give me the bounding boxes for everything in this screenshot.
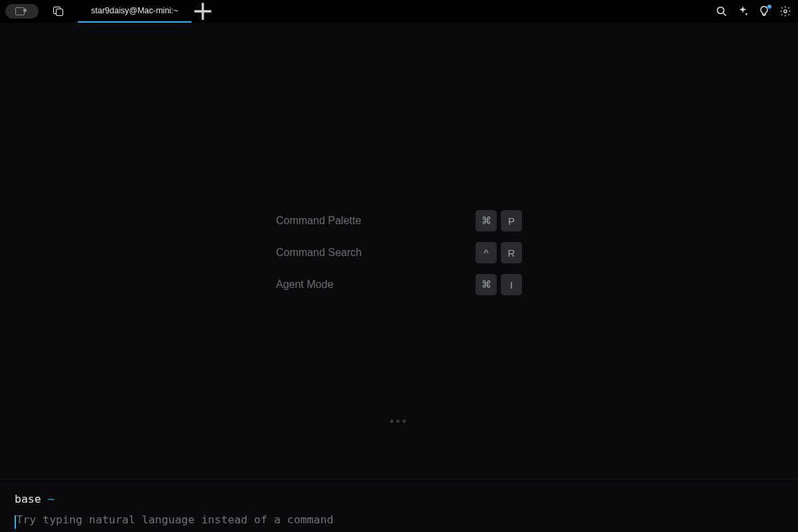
prompt-context-line: base ~ <box>15 489 783 509</box>
shortcut-keys: ⌘ I <box>475 274 522 295</box>
hints-button[interactable] <box>758 5 770 17</box>
search-icon <box>716 5 728 17</box>
tab-title: star9daisy@Mac-mini:~ <box>91 6 178 15</box>
shortcut-keys: ^ R <box>475 242 522 263</box>
key-cap: R <box>501 242 522 263</box>
key-cap: ^ <box>475 242 497 263</box>
key-cap: P <box>501 210 522 231</box>
quick-shortcuts-panel: Command Palette ⌘ P Command Search ^ R A… <box>276 209 522 297</box>
shortcut-command-search[interactable]: Command Search ^ R <box>276 241 522 265</box>
svg-point-0 <box>718 7 724 14</box>
shortcut-label: Command Search <box>276 247 362 259</box>
shortcut-agent-mode[interactable]: Agent Mode ⌘ I <box>276 273 522 297</box>
prompt-area: base ~ Try typing natural language inste… <box>0 479 798 532</box>
title-bar: star9daisy@Mac-mini:~ <box>0 0 798 23</box>
shortcut-keys: ⌘ P <box>475 210 522 231</box>
text-cursor-icon <box>15 515 16 529</box>
key-cap: ⌘ <box>475 274 497 295</box>
settings-button[interactable] <box>779 5 791 17</box>
command-input[interactable]: Try typing natural language instead of a… <box>15 509 783 530</box>
window-icon-dot <box>23 9 27 12</box>
more-shortcuts-indicator[interactable]: ••• <box>390 415 408 429</box>
key-cap: ⌘ <box>475 210 497 231</box>
plus-icon <box>192 0 214 23</box>
prompt-path: ~ <box>48 489 55 509</box>
svg-point-1 <box>784 10 787 13</box>
gear-icon <box>779 5 791 17</box>
shortcut-label: Command Palette <box>276 215 361 227</box>
sparkle-icon <box>737 5 749 17</box>
window-controls-pill[interactable] <box>5 4 39 19</box>
shortcut-command-palette[interactable]: Command Palette ⌘ P <box>276 209 522 233</box>
search-button[interactable] <box>716 5 728 17</box>
prompt-env: base <box>15 489 41 509</box>
key-cap: I <box>501 274 522 295</box>
topbar-actions <box>716 0 791 23</box>
shortcut-label: Agent Mode <box>276 279 333 291</box>
ai-sparkle-button[interactable] <box>737 5 749 17</box>
terminal-body: Command Palette ⌘ P Command Search ^ R A… <box>0 23 798 479</box>
command-input-placeholder: Try typing natural language instead of a… <box>17 509 334 530</box>
workspaces-icon[interactable] <box>53 7 63 15</box>
terminal-tab-active[interactable]: star9daisy@Mac-mini:~ <box>78 0 192 23</box>
notification-dot <box>767 5 771 9</box>
new-tab-button[interactable] <box>192 0 214 23</box>
